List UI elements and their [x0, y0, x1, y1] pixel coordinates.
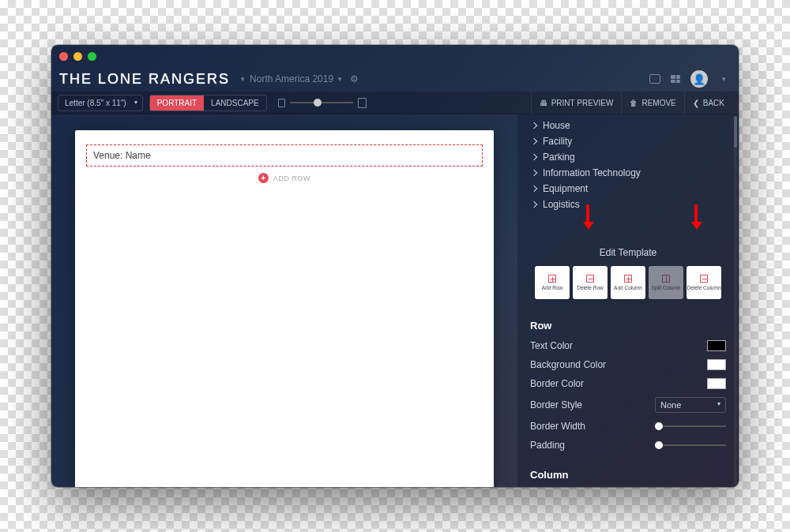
- tree-item[interactable]: Logistics: [532, 197, 735, 212]
- row-border-width-label: Border Width: [530, 421, 585, 432]
- portrait-button[interactable]: PORTRAIT: [150, 96, 204, 111]
- add-row-tile[interactable]: Add Row: [535, 266, 570, 299]
- chevron-down-icon[interactable]: ▾: [722, 75, 726, 83]
- plus-icon: [548, 275, 556, 283]
- window-controls: [59, 52, 96, 61]
- add-column-tile[interactable]: Add Column: [611, 266, 645, 299]
- row-border-color-label: Border Color: [530, 378, 584, 389]
- plus-icon: +: [258, 173, 269, 183]
- column-section: Column Text Color Background Color Borde…: [517, 459, 739, 487]
- tile-label: Delete Column: [687, 285, 721, 290]
- column-section-title: Column: [530, 464, 726, 485]
- tile-label: Add Column: [614, 285, 642, 290]
- minimize-icon[interactable]: [73, 52, 82, 61]
- remove-button[interactable]: 🗑 REMOVE: [621, 91, 683, 114]
- toolbar: Letter (8.5" x 11") PORTRAIT LANDSCAPE 🖶…: [51, 91, 739, 114]
- page-small-icon: [278, 99, 285, 107]
- avatar[interactable]: 👤: [690, 70, 708, 88]
- orientation-segment: PORTRAIT LANDSCAPE: [149, 95, 267, 111]
- landscape-button[interactable]: LANDSCAPE: [204, 96, 266, 111]
- titlebar: [51, 45, 739, 67]
- print-preview-label: PRINT PREVIEW: [551, 99, 614, 107]
- maximize-icon[interactable]: [88, 52, 96, 61]
- trash-icon: 🗑: [630, 99, 638, 107]
- add-row-button[interactable]: + ADD ROW: [86, 173, 483, 183]
- venue-row[interactable]: Venue: Name: [86, 144, 483, 167]
- chevron-left-icon: ❮: [693, 99, 699, 107]
- back-button[interactable]: ❮ BACK: [684, 91, 732, 114]
- gear-icon[interactable]: ⚙: [350, 73, 359, 84]
- delete-column-tile[interactable]: Delete Column: [687, 266, 721, 299]
- zoom-slider[interactable]: [290, 102, 353, 103]
- category-tree: HouseFacilityParkingInformation Technolo…: [517, 114, 739, 219]
- page-canvas[interactable]: Venue: Name + ADD ROW: [75, 130, 494, 487]
- tile-label: Add Row: [542, 285, 562, 290]
- row-border-width-slider[interactable]: [655, 425, 726, 427]
- chevron-down-icon[interactable]: ▾: [241, 75, 245, 83]
- tree-item[interactable]: Equipment: [532, 181, 735, 197]
- chevron-down-icon[interactable]: ▾: [338, 75, 342, 83]
- scrollbar[interactable]: [734, 116, 737, 485]
- page-size-select[interactable]: Letter (8.5" x 11"): [58, 95, 143, 111]
- row-bg-color-label: Background Color: [530, 359, 606, 370]
- tree-item[interactable]: House: [532, 118, 735, 133]
- add-row-label: ADD ROW: [273, 174, 310, 182]
- tree-item[interactable]: Information Technology: [532, 165, 735, 181]
- close-icon[interactable]: [59, 52, 68, 61]
- plus-icon: [624, 275, 632, 283]
- row-border-style-label: Border Style: [530, 399, 582, 410]
- tree-item[interactable]: Parking: [532, 149, 735, 165]
- page-large-icon: [358, 98, 367, 108]
- row-text-color-swatch[interactable]: [707, 340, 726, 351]
- app-logo: THE LONE RANGERS: [59, 71, 230, 88]
- row-bg-color-swatch[interactable]: [707, 359, 726, 370]
- split-column-tile: Split Column: [649, 266, 683, 299]
- annotation-arrows: [517, 219, 739, 242]
- row-border-color-swatch[interactable]: [707, 378, 726, 389]
- delete-row-tile[interactable]: Delete Row: [573, 266, 608, 299]
- card-view-icon[interactable]: [649, 74, 660, 84]
- row-text-color-label: Text Color: [530, 340, 573, 351]
- template-tiles: Add RowDelete RowAdd ColumnSplit ColumnD…: [517, 266, 739, 310]
- minus-icon: [586, 275, 594, 283]
- print-icon: 🖶: [540, 99, 547, 107]
- app-window: THE LONE RANGERS ▾ North America 2019 ▾ …: [51, 45, 739, 487]
- tile-label: Split Column: [652, 285, 681, 290]
- tour-selector[interactable]: North America 2019: [250, 73, 333, 84]
- minus-icon: [700, 275, 708, 283]
- remove-label: REMOVE: [641, 99, 675, 107]
- tree-item[interactable]: Facility: [532, 133, 735, 149]
- row-section: Row Text Color Background Color Border C…: [517, 310, 739, 459]
- canvas-area: Venue: Name + ADD ROW: [51, 114, 517, 487]
- edit-template-title: Edit Template: [517, 242, 739, 266]
- row-padding-slider[interactable]: [655, 444, 726, 446]
- grid-view-icon[interactable]: [670, 74, 681, 84]
- row-padding-label: Padding: [530, 440, 565, 451]
- app-header: THE LONE RANGERS ▾ North America 2019 ▾ …: [51, 67, 739, 91]
- print-preview-button[interactable]: 🖶 PRINT PREVIEW: [531, 91, 622, 114]
- split-icon: [662, 275, 670, 283]
- back-label: BACK: [703, 99, 724, 107]
- sidebar: HouseFacilityParkingInformation Technolo…: [517, 114, 739, 487]
- tile-label: Delete Row: [577, 285, 604, 290]
- row-section-title: Row: [530, 315, 726, 336]
- row-border-style-select[interactable]: None: [655, 397, 726, 413]
